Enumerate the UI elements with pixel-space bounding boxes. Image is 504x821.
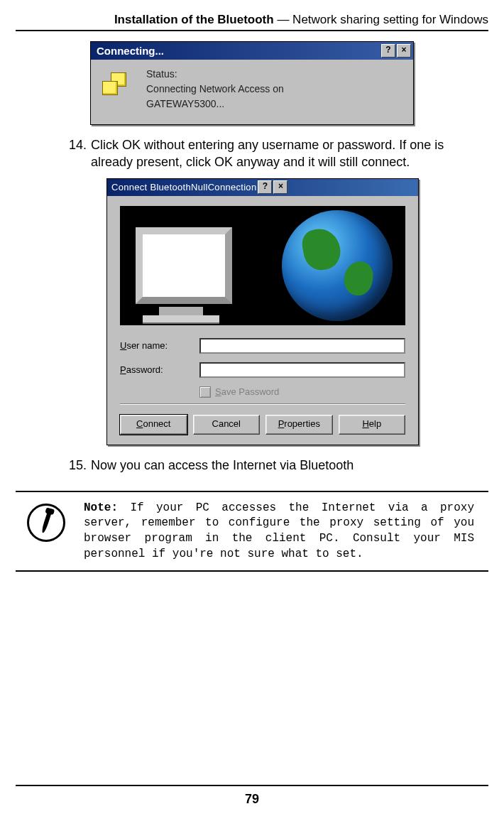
pen-icon	[27, 504, 65, 542]
dialup-artwork	[120, 206, 405, 325]
username-label: User name:	[120, 340, 199, 351]
save-password-label: Save Password	[215, 386, 279, 397]
close-button[interactable]: ×	[273, 180, 287, 194]
close-button[interactable]: ×	[397, 44, 411, 58]
globe-icon	[282, 210, 393, 321]
rule-top	[16, 491, 488, 492]
password-input[interactable]	[199, 362, 405, 378]
separator	[120, 403, 405, 405]
help-button-dialog[interactable]: Help	[339, 415, 406, 435]
connect-titlebar: Connect BluetoothNullConnection ? ×	[107, 179, 418, 196]
connect-dialog: Connect BluetoothNullConnection ? × User…	[106, 178, 419, 445]
connect-button[interactable]: Connect	[120, 415, 187, 435]
status-line1: Connecting Network Access on	[146, 82, 284, 97]
properties-button[interactable]: Properties	[265, 415, 333, 435]
note-text: Note: If your PC accesses the Internet v…	[84, 501, 488, 562]
connecting-title: Connecting...	[97, 45, 164, 57]
help-button[interactable]: ?	[258, 180, 272, 194]
note-block: Note: If your PC accesses the Internet v…	[16, 501, 488, 572]
network-icon	[102, 72, 128, 97]
step-14-number: 14.	[62, 136, 91, 171]
step-15: 15. Now you can access the Internet via …	[62, 457, 488, 474]
help-button[interactable]: ?	[381, 44, 395, 58]
status-line2: GATEWAY5300...	[146, 97, 284, 112]
monitor-icon	[136, 227, 226, 324]
header-title-rest: — Network sharing setting for Windows	[274, 13, 488, 26]
header-title-bold: Installation of the Bluetooth	[114, 13, 274, 26]
connect-title: Connect BluetoothNullConnection	[111, 182, 256, 192]
connecting-titlebar: Connecting... ? ×	[91, 42, 413, 60]
password-label: Password:	[120, 364, 199, 375]
save-password-checkbox[interactable]	[199, 386, 211, 398]
step-15-number: 15.	[62, 457, 91, 474]
status-label: Status:	[146, 67, 284, 82]
step-14-text: Click OK without entering any username o…	[91, 136, 488, 171]
connecting-dialog: Connecting... ? × Status: Connecting Net…	[90, 41, 414, 125]
username-input[interactable]	[199, 338, 405, 354]
save-password-row[interactable]: Save Password	[199, 386, 405, 398]
step-15-text: Now you can access the Internet via Blue…	[91, 457, 488, 474]
cancel-button[interactable]: Cancel	[193, 415, 261, 435]
page-header: Installation of the Bluetooth — Network …	[16, 13, 488, 31]
step-14: 14. Click OK without entering any userna…	[62, 136, 488, 171]
page-number: 79	[16, 785, 488, 818]
